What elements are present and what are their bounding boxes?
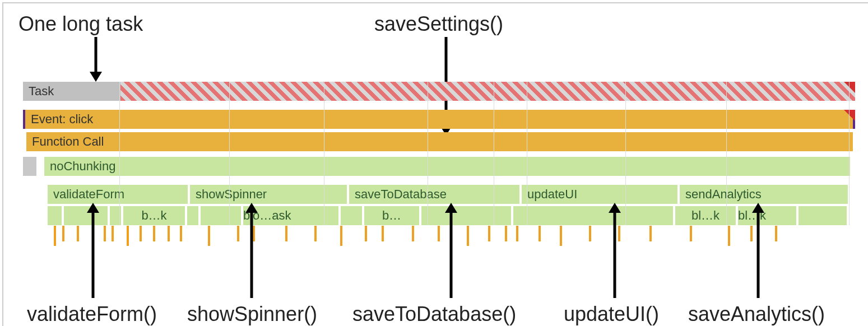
tick-mark bbox=[382, 226, 384, 241]
tick-mark bbox=[208, 226, 210, 246]
tick-mark bbox=[589, 226, 591, 241]
tick-mark bbox=[253, 226, 255, 241]
label-updateUI-fn: updateUI() bbox=[564, 302, 659, 326]
task-label: Task bbox=[23, 82, 118, 101]
block-frag bbox=[421, 206, 511, 225]
fn-showSpinner: showSpinner bbox=[190, 185, 347, 204]
tick-mark bbox=[153, 226, 155, 241]
tick-mark bbox=[77, 226, 79, 241]
tick-mark bbox=[649, 226, 652, 241]
diagram-frame: One long task saveSettings() Task Event:… bbox=[2, 2, 868, 326]
block-blo-ask: blo…ask bbox=[243, 206, 338, 225]
tick-mark bbox=[412, 226, 414, 241]
fn-sendAnalytics: sendAnalytics bbox=[680, 185, 848, 204]
tick-mark bbox=[750, 226, 753, 241]
warning-corner-icon bbox=[844, 82, 855, 93]
function-call-bar: Function Call bbox=[26, 132, 853, 151]
event-bar: Event: click bbox=[23, 110, 855, 129]
nochunking-bar: noChunking bbox=[44, 157, 850, 176]
tick-mark bbox=[314, 226, 317, 241]
gridline bbox=[849, 82, 850, 225]
flame-chart: Task Event: click Function Call noChunki… bbox=[23, 82, 855, 227]
block-frag bbox=[64, 206, 108, 225]
tick-mark bbox=[340, 226, 342, 246]
label-validateForm-fn: validateForm() bbox=[27, 302, 157, 326]
tick-mark bbox=[516, 226, 518, 241]
block-frag bbox=[110, 206, 121, 225]
tick-mark bbox=[438, 226, 440, 241]
block-bl-k-2: bl…k bbox=[738, 206, 796, 225]
fn-saveToDatabase: saveToDatabase bbox=[349, 185, 519, 204]
fn-updateUI: updateUI bbox=[522, 185, 677, 204]
block-frag bbox=[48, 206, 62, 225]
tick-mark bbox=[140, 226, 142, 241]
tick-mark bbox=[285, 226, 287, 241]
block-frag bbox=[187, 206, 198, 225]
tick-mark bbox=[62, 226, 64, 241]
label-saveToDatabase-fn: saveToDatabase() bbox=[352, 302, 516, 326]
tick-mark bbox=[488, 226, 490, 241]
block-frag bbox=[201, 206, 241, 225]
tick-mark bbox=[775, 226, 777, 241]
tick-mark bbox=[127, 226, 129, 246]
tick-mark bbox=[560, 226, 562, 246]
label-save-settings: saveSettings() bbox=[374, 12, 503, 36]
block-bl-k: bl…k bbox=[675, 206, 736, 225]
tick-mark bbox=[180, 226, 182, 241]
tick-mark bbox=[237, 226, 239, 241]
label-one-long-task: One long task bbox=[18, 12, 143, 36]
warning-corner-icon bbox=[844, 110, 855, 121]
tick-mark bbox=[690, 226, 692, 241]
block-frag bbox=[341, 206, 362, 225]
tick-mark bbox=[104, 226, 106, 241]
block-b-k: b…k bbox=[123, 206, 185, 225]
tick-mark bbox=[539, 226, 541, 241]
block-frag bbox=[513, 206, 673, 225]
label-saveAnalytics-fn: saveAnalytics() bbox=[688, 302, 825, 326]
gray-stub bbox=[23, 157, 36, 176]
tick-mark bbox=[112, 226, 114, 241]
task-bar-long bbox=[120, 82, 855, 101]
block-b: b… bbox=[364, 206, 419, 225]
block-frag bbox=[799, 206, 847, 225]
arrow-down-icon bbox=[87, 37, 104, 82]
label-showSpinner-fn: showSpinner() bbox=[187, 302, 317, 326]
tick-mark bbox=[618, 226, 620, 241]
tick-mark bbox=[728, 226, 730, 246]
svg-marker-1 bbox=[90, 72, 102, 82]
fn-validateForm: validateForm bbox=[48, 185, 188, 204]
tick-mark bbox=[54, 226, 56, 246]
tick-mark bbox=[505, 226, 507, 241]
tick-mark bbox=[365, 226, 367, 241]
tick-mark bbox=[168, 226, 170, 241]
tick-mark bbox=[467, 226, 469, 246]
